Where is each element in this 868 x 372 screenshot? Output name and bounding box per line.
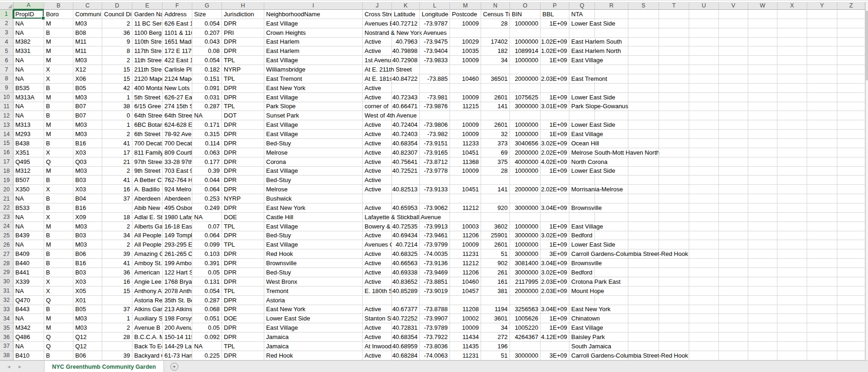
column-header-B[interactable]: B: [44, 2, 73, 10]
cell[interactable]: [748, 84, 777, 93]
cell[interactable]: -73.9913: [420, 222, 450, 231]
cell[interactable]: [450, 84, 481, 93]
cell[interactable]: 64th Stree: [163, 111, 192, 120]
cell[interactable]: 1E+09: [541, 222, 569, 231]
cell[interactable]: [659, 351, 689, 360]
cell[interactable]: 149 Tompk: [163, 231, 192, 241]
cell[interactable]: [595, 130, 628, 139]
cell[interactable]: [837, 157, 865, 167]
cell[interactable]: [595, 185, 628, 194]
cell[interactable]: [689, 157, 719, 167]
cell[interactable]: [595, 194, 628, 203]
cell[interactable]: X: [44, 287, 73, 296]
cell[interactable]: -73.9876: [420, 102, 450, 111]
cell[interactable]: M03: [73, 120, 102, 130]
cell[interactable]: Bed-Stuy: [264, 139, 363, 148]
cell[interactable]: [628, 296, 659, 305]
cell[interactable]: [719, 28, 748, 38]
cell[interactable]: 36501: [481, 74, 510, 84]
cell[interactable]: [628, 249, 659, 259]
cell[interactable]: [748, 231, 777, 241]
cell[interactable]: B443: [13, 305, 44, 314]
cell[interactable]: [659, 323, 689, 333]
cell[interactable]: 40.82307: [392, 148, 420, 157]
cell[interactable]: [837, 185, 865, 194]
column-header-U[interactable]: U: [689, 2, 719, 10]
cell[interactable]: 40.72831: [392, 323, 420, 333]
cell[interactable]: [659, 277, 689, 287]
cell[interactable]: [748, 240, 777, 249]
cell[interactable]: 0.182: [192, 65, 222, 74]
cell[interactable]: 40.79898: [392, 46, 420, 56]
cell[interactable]: 198 Forsyt: [163, 314, 192, 323]
cell[interactable]: B: [44, 203, 73, 213]
cell[interactable]: DPR: [222, 231, 264, 241]
cell[interactable]: [807, 333, 837, 342]
cell[interactable]: 2000000: [510, 287, 541, 296]
cell[interactable]: Q12: [73, 342, 102, 351]
cell[interactable]: 40.69434: [392, 231, 420, 241]
cell[interactable]: [481, 111, 510, 120]
cell[interactable]: 0.391: [192, 259, 222, 268]
cell[interactable]: [481, 65, 510, 74]
cell[interactable]: [748, 305, 777, 314]
sheet-tab-active[interactable]: NYC Greenthumb Community Garden: [44, 361, 164, 372]
cell[interactable]: East New York: [264, 305, 363, 314]
column-header-G[interactable]: G: [192, 2, 222, 10]
cell[interactable]: [595, 84, 628, 93]
column-header-E[interactable]: E: [132, 2, 163, 10]
cell[interactable]: [719, 111, 748, 120]
cell[interactable]: E. 180th St: [363, 287, 392, 296]
cell[interactable]: [719, 130, 748, 139]
cell[interactable]: [807, 213, 837, 222]
cell[interactable]: X03: [73, 148, 102, 157]
cell[interactable]: B07: [73, 102, 102, 111]
cell[interactable]: 400 Monta: [132, 84, 163, 93]
cell[interactable]: [510, 111, 541, 120]
cell[interactable]: [837, 296, 865, 305]
cell[interactable]: 1000000: [510, 222, 541, 231]
cell[interactable]: [807, 111, 837, 120]
cell[interactable]: 51: [481, 351, 510, 360]
cell[interactable]: [628, 65, 659, 74]
cell[interactable]: [777, 277, 807, 287]
cell[interactable]: [689, 240, 719, 249]
cell[interactable]: 11233: [450, 139, 481, 148]
cell[interactable]: M: [44, 56, 73, 65]
cell[interactable]: 16: [102, 185, 132, 194]
cell[interactable]: Park Slope-Gowanus: [569, 102, 595, 111]
cell[interactable]: Active: [363, 130, 392, 139]
row-header-3[interactable]: 3: [0, 28, 13, 38]
cell[interactable]: [719, 222, 748, 231]
cell[interactable]: Q: [44, 342, 73, 351]
cell[interactable]: DPR: [222, 268, 264, 277]
cell[interactable]: [689, 130, 719, 139]
cell[interactable]: [807, 259, 837, 268]
row-header-12[interactable]: 12: [0, 111, 13, 120]
cell[interactable]: Avenues B: [363, 19, 392, 28]
cell[interactable]: [719, 351, 748, 360]
cell[interactable]: 2: [102, 167, 132, 176]
cell[interactable]: [628, 305, 659, 314]
cell[interactable]: B.C.C.A. M: [132, 333, 163, 342]
cell[interactable]: M03: [73, 130, 102, 139]
cell[interactable]: B439: [13, 231, 44, 241]
cell[interactable]: [595, 213, 628, 222]
column-header-H[interactable]: H: [222, 2, 264, 10]
cell[interactable]: [837, 56, 865, 65]
cell[interactable]: [777, 120, 807, 130]
cell[interactable]: Cross Stre: [363, 10, 392, 19]
cell[interactable]: B: [44, 84, 73, 93]
cell[interactable]: DPR: [222, 38, 264, 47]
cell[interactable]: 11th Stree: [132, 56, 163, 65]
cell[interactable]: [719, 194, 748, 203]
cell[interactable]: 28: [102, 333, 132, 342]
cell[interactable]: [748, 120, 777, 130]
cell[interactable]: M: [44, 323, 73, 333]
cell[interactable]: [807, 65, 837, 74]
cell[interactable]: 40.68284: [392, 351, 420, 360]
cell[interactable]: B410: [13, 351, 44, 360]
cell[interactable]: [595, 111, 628, 120]
row-header-36[interactable]: 36: [0, 333, 13, 342]
cell[interactable]: [719, 10, 748, 19]
